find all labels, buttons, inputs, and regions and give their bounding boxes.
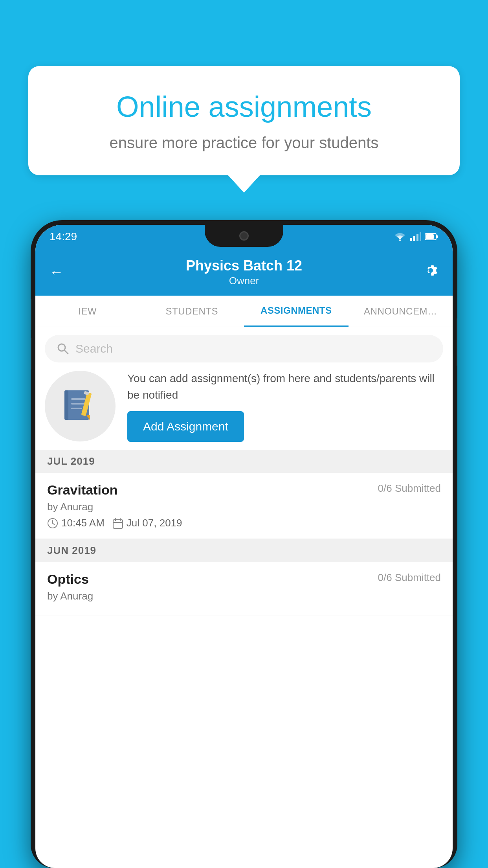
add-assignment-button[interactable]: Add Assignment xyxy=(127,411,244,442)
speech-bubble: Online assignments ensure more practice … xyxy=(28,66,460,175)
svg-rect-4 xyxy=(420,232,421,241)
assignment-optics-submitted: 0/6 Submitted xyxy=(378,572,441,584)
speech-bubble-title: Online assignments xyxy=(60,90,428,125)
tab-announcements[interactable]: ANNOUNCEM… xyxy=(349,296,453,327)
empty-state-description: You can add assignment(s) from here and … xyxy=(127,370,443,403)
gear-icon xyxy=(423,263,438,278)
svg-rect-13 xyxy=(71,403,85,405)
phone-frame: 14:29 xyxy=(31,220,457,868)
assignment-row-gravitation[interactable]: Gravitation 0/6 Submitted by Anurag 10:4… xyxy=(35,473,453,539)
status-time: 14:29 xyxy=(50,230,77,243)
svg-rect-2 xyxy=(413,236,415,241)
assignment-optics-by: by Anurag xyxy=(47,590,441,602)
search-bar[interactable]: Search xyxy=(45,335,443,362)
header-subtitle: Owner xyxy=(186,275,302,287)
assignment-row-optics[interactable]: Optics 0/6 Submitted by Anurag xyxy=(35,562,453,616)
tab-students[interactable]: STUDENTS xyxy=(140,296,244,327)
notch xyxy=(205,225,283,247)
svg-point-0 xyxy=(399,239,401,241)
svg-line-9 xyxy=(64,350,68,354)
search-icon xyxy=(57,342,69,355)
assignment-time: 10:45 AM xyxy=(47,517,105,529)
assignment-name: Gravitation xyxy=(47,482,117,498)
svg-line-20 xyxy=(53,523,55,525)
phone-screen: 14:29 xyxy=(35,225,453,868)
assignment-top-row: Gravitation 0/6 Submitted xyxy=(47,482,441,498)
svg-rect-12 xyxy=(71,398,85,400)
tab-iew[interactable]: IEW xyxy=(35,296,140,327)
empty-state-icon xyxy=(45,371,116,441)
power-button xyxy=(457,318,457,366)
svg-rect-11 xyxy=(64,390,68,420)
tab-assignments[interactable]: ASSIGNMENTS xyxy=(244,296,349,327)
assignment-date: Jul 07, 2019 xyxy=(112,517,182,529)
speech-bubble-subtitle: ensure more practice for your students xyxy=(60,134,428,152)
svg-rect-1 xyxy=(410,238,412,241)
svg-rect-14 xyxy=(71,408,82,409)
volume-up-button xyxy=(31,299,31,330)
section-header-jun: JUN 2019 xyxy=(35,539,453,562)
tabs-bar: IEW STUDENTS ASSIGNMENTS ANNOUNCEM… xyxy=(35,296,453,327)
content-area: Search xyxy=(35,327,453,616)
svg-rect-7 xyxy=(426,234,434,239)
assignment-date-row: 10:45 AM Jul 07, 2019 xyxy=(47,517,441,529)
assignment-by: by Anurag xyxy=(47,501,441,513)
status-icons xyxy=(394,232,438,241)
svg-rect-6 xyxy=(436,235,438,238)
signal-icon xyxy=(410,232,421,241)
wifi-icon xyxy=(394,232,406,241)
back-button[interactable]: ← xyxy=(50,264,64,280)
battery-icon xyxy=(425,232,438,241)
notebook-icon xyxy=(62,386,98,426)
assignment-optics-top-row: Optics 0/6 Submitted xyxy=(47,572,441,587)
assignment-submitted: 0/6 Submitted xyxy=(378,482,441,495)
empty-state: You can add assignment(s) from here and … xyxy=(45,370,443,442)
header-title-group: Physics Batch 12 Owner xyxy=(186,257,302,287)
section-header-jul: JUL 2019 xyxy=(35,450,453,473)
volume-down-button xyxy=(31,338,31,370)
clock-icon xyxy=(47,518,58,529)
search-input[interactable]: Search xyxy=(75,342,113,355)
svg-rect-21 xyxy=(113,520,123,528)
front-camera xyxy=(239,231,249,241)
app-header: ← Physics Batch 12 Owner xyxy=(35,248,453,296)
assignment-optics-name: Optics xyxy=(47,572,89,587)
calendar-icon xyxy=(112,518,123,529)
header-title: Physics Batch 12 xyxy=(186,257,302,274)
settings-button[interactable] xyxy=(423,263,438,282)
svg-rect-3 xyxy=(416,234,418,241)
empty-state-right: You can add assignment(s) from here and … xyxy=(127,370,443,442)
